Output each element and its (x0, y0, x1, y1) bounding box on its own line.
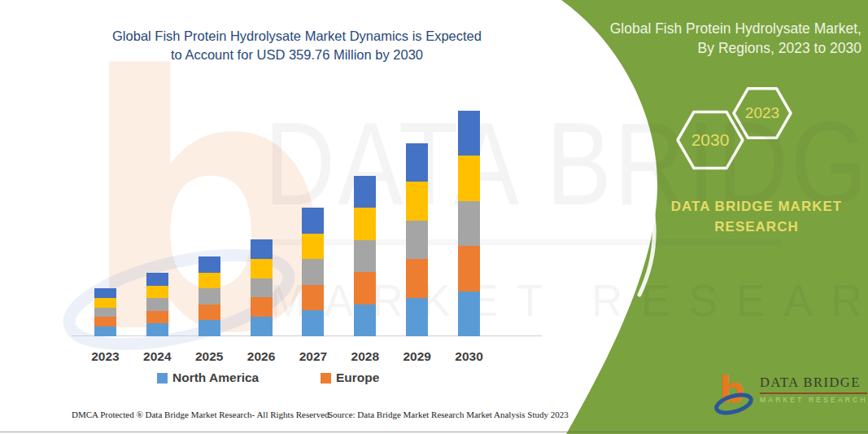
bar-segment (251, 239, 273, 259)
x-axis-label: 2028 (341, 349, 390, 364)
hexagon-year-2023: 2023 (734, 104, 791, 122)
x-axis-label: 2026 (237, 349, 286, 364)
legend-swatch-europe (321, 373, 331, 384)
bar-segment (146, 273, 168, 286)
stacked-bar-2024 (146, 273, 168, 336)
stacked-bar-2028 (354, 176, 376, 336)
legend-label-europe: Europe (336, 370, 379, 385)
bottom-border-line (0, 432, 868, 432)
bar-segment (146, 298, 168, 311)
bar-segment (406, 182, 428, 220)
hexagon-year-2030: 2030 (678, 130, 743, 150)
panel-heading-line2: By Regions, 2023 to 2030 (560, 38, 861, 58)
bar-segment (458, 201, 480, 246)
bar-segment (406, 221, 428, 259)
bar-segment (302, 310, 324, 336)
bar-segment (146, 286, 168, 299)
bar-segment (354, 240, 376, 272)
bar-segment (406, 298, 428, 336)
bar-segment (198, 256, 220, 273)
logo-name: DATA BRIDGE (760, 375, 868, 391)
bar-segment (354, 272, 376, 304)
footer-copyright: DMCA Protected ® Data Bridge Market Rese… (72, 410, 331, 419)
bar-segment (354, 176, 376, 208)
data-bridge-logo: b DATA BRIDGE MARKET RESEARCH (714, 366, 868, 417)
stacked-bar-2029 (406, 143, 428, 336)
bar-segment (302, 234, 324, 260)
stacked-bar-2023 (94, 288, 116, 336)
bar-segment (198, 305, 220, 321)
stacked-bar-2026 (251, 239, 273, 336)
bar-segment (94, 288, 116, 298)
footer-source: Source: Data Bridge Market Research Mark… (328, 410, 569, 419)
panel-brand-text: DATA BRIDGE MARKET RESEARCH (647, 196, 866, 237)
x-axis-label: 2029 (393, 349, 442, 364)
panel-brand-line2: RESEARCH (647, 217, 866, 237)
legend-label-north-america: North America (172, 370, 259, 385)
bar-segment (94, 308, 116, 318)
bar-segment (146, 311, 168, 324)
bar-segment (302, 259, 324, 285)
bar-segment (198, 320, 220, 336)
bar-segment (251, 259, 273, 278)
legend-swatch-north-america (157, 373, 168, 384)
bar-segment (354, 305, 376, 336)
bar-segment (251, 278, 273, 298)
svg-text:b: b (719, 369, 745, 410)
bar-segment (251, 297, 273, 317)
x-axis-label: 2030 (445, 349, 494, 364)
stacked-bar-2030 (458, 111, 480, 336)
x-axis-label: 2027 (289, 349, 338, 364)
legend-item-europe: Europe (321, 370, 379, 385)
x-axis-label: 2025 (185, 349, 233, 364)
bar-segment (406, 143, 428, 182)
bar-segment (302, 285, 324, 311)
bar-segment (94, 327, 116, 336)
bar-segment (406, 259, 428, 297)
bar-segment (458, 292, 480, 336)
legend-item-north-america: North America (157, 370, 259, 385)
x-axis-label: 2024 (133, 349, 181, 364)
logo-tagline: MARKET RESEARCH (760, 396, 868, 404)
panel-heading-line1: Global Fish Protein Hydrolysate Market, (560, 19, 861, 38)
infographic-canvas: b DATA BRIDGE MARKET RESEARCH Global Fis… (0, 0, 868, 434)
bar-segment (198, 273, 220, 289)
panel-heading: Global Fish Protein Hydrolysate Market, … (560, 19, 861, 58)
stacked-bar-2025 (198, 256, 220, 336)
bar-segment (94, 298, 116, 308)
x-axis-label: 2023 (81, 349, 130, 364)
bar-segment (198, 288, 220, 305)
logo-text-block: DATA BRIDGE MARKET RESEARCH (760, 375, 868, 417)
logo-b-icon: b (714, 366, 755, 415)
bar-segment (302, 208, 324, 234)
bar-segment (146, 323, 168, 336)
bar-segment (458, 111, 480, 156)
logo-divider (760, 392, 867, 394)
bar-segment (458, 156, 480, 200)
panel-brand-line1: DATA BRIDGE MARKET (647, 196, 866, 217)
bar-segment (458, 246, 480, 291)
bar-segment (251, 317, 273, 336)
stacked-bar-2027 (302, 208, 324, 336)
bar-segment (94, 317, 116, 327)
bar-segment (354, 208, 376, 239)
